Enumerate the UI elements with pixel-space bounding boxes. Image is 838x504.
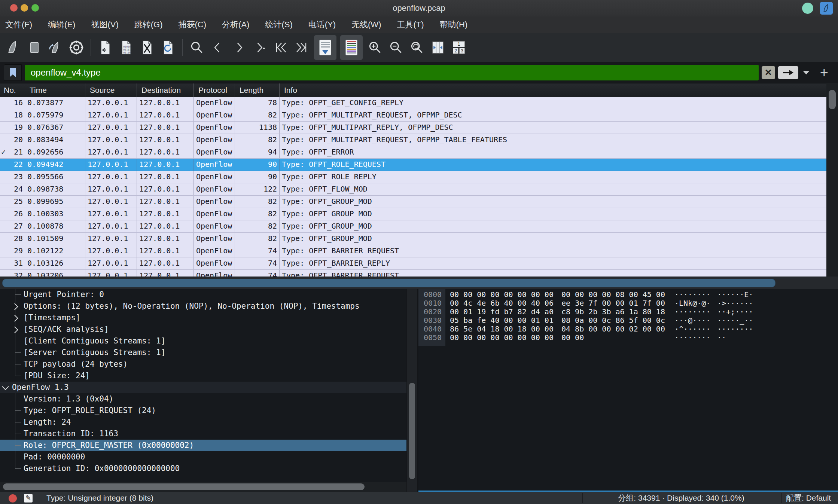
capture-comment-icon[interactable]: ✎ bbox=[24, 494, 33, 503]
detail-row[interactable]: TCP payload (24 bytes) bbox=[0, 358, 406, 370]
expand-chevron-icon[interactable] bbox=[11, 303, 18, 310]
packet-row[interactable]: 240.098738127.0.0.1127.0.0.1OpenFlow122T… bbox=[0, 183, 826, 196]
expand-chevron-icon[interactable] bbox=[11, 326, 18, 333]
scrollbar-thumb[interactable] bbox=[3, 483, 365, 490]
detail-row[interactable]: Transaction ID: 1163 bbox=[0, 428, 406, 440]
hex-row[interactable]: 002000 01 19 fd b7 82 d4 a0c8 9b 2b 3b a… bbox=[418, 308, 838, 316]
zoom-out-button[interactable] bbox=[386, 36, 406, 59]
column-header-protocol[interactable]: Protocol bbox=[194, 83, 235, 97]
stop-square-icon bbox=[27, 40, 42, 55]
start-capture-button[interactable] bbox=[3, 36, 24, 59]
detail-row[interactable]: [Client Contiguous Streams: 1] bbox=[0, 335, 406, 347]
detail-row[interactable]: [PDU Size: 24] bbox=[0, 370, 406, 382]
zoom-reset-button[interactable] bbox=[406, 36, 427, 59]
detail-row[interactable]: OpenFlow 1.3 bbox=[0, 382, 406, 393]
go-forward-button[interactable] bbox=[228, 36, 249, 59]
menu-item-0[interactable]: 文件(F) bbox=[0, 16, 37, 33]
reload-file-button[interactable] bbox=[158, 36, 179, 59]
column-header-source[interactable]: Source bbox=[85, 83, 137, 97]
column-header-length[interactable]: Length bbox=[235, 83, 280, 97]
packet-row[interactable]: 250.099695127.0.0.1127.0.0.1OpenFlow82Ty… bbox=[0, 196, 826, 208]
find-packet-button[interactable] bbox=[186, 36, 207, 59]
go-first-packet-button[interactable] bbox=[270, 36, 291, 59]
restart-capture-button[interactable] bbox=[45, 36, 66, 59]
menu-item-10[interactable]: 帮助(H) bbox=[435, 16, 473, 33]
go-last-packet-button[interactable] bbox=[291, 36, 312, 59]
packet-row[interactable]: 320.103206127.0.0.1127.0.0.1OpenFlow74Ty… bbox=[0, 270, 826, 277]
close-file-button[interactable] bbox=[137, 36, 158, 59]
hex-row[interactable]: 001000 4c 4e 6b 40 00 40 06ee 3e 7f 00 0… bbox=[418, 299, 838, 308]
packet-row[interactable]: 180.075979127.0.0.1127.0.0.1OpenFlow82Ty… bbox=[0, 109, 826, 122]
packet-row[interactable]: 200.083494127.0.0.1127.0.0.1OpenFlow82Ty… bbox=[0, 134, 826, 146]
packet-row[interactable]: 270.100878127.0.0.1127.0.0.1OpenFlow82Ty… bbox=[0, 220, 826, 233]
menu-item-2[interactable]: 视图(V) bbox=[86, 16, 124, 33]
details-hscrollbar[interactable] bbox=[0, 482, 406, 492]
packet-list-hscrollbar[interactable] bbox=[0, 277, 838, 289]
column-header-info[interactable]: Info bbox=[280, 83, 826, 97]
packet-row[interactable]: 190.076367127.0.0.1127.0.0.1OpenFlow1138… bbox=[0, 122, 826, 134]
details-vscrollbar[interactable] bbox=[407, 289, 417, 492]
expert-info-button[interactable] bbox=[9, 494, 17, 503]
go-back-button[interactable] bbox=[207, 36, 228, 59]
column-header-time[interactable]: Time bbox=[25, 83, 85, 97]
hex-row[interactable]: 005000 00 00 00 00 00 00 0000 00········… bbox=[418, 333, 838, 342]
resize-all-columns-button[interactable]: 123 bbox=[448, 36, 469, 59]
detail-row[interactable]: Urgent Pointer: 0 bbox=[0, 289, 406, 300]
detail-row[interactable]: Length: 24 bbox=[0, 416, 406, 428]
packet-row[interactable]: 260.100303127.0.0.1127.0.0.1OpenFlow82Ty… bbox=[0, 208, 826, 220]
column-header-no[interactable]: No. bbox=[0, 83, 25, 97]
clear-filter-button[interactable]: ✕ bbox=[762, 66, 775, 79]
hex-row[interactable]: 003005 ba fe 40 00 00 01 0108 0a 00 0c 8… bbox=[418, 316, 838, 325]
packet-row[interactable]: 230.095566127.0.0.1127.0.0.1OpenFlow90Ty… bbox=[0, 171, 826, 183]
packet-row[interactable]: 220.094942127.0.0.1127.0.0.1OpenFlow90Ty… bbox=[0, 159, 826, 171]
menu-item-7[interactable]: 电话(Y) bbox=[303, 16, 341, 33]
colorize-toggle-button[interactable] bbox=[340, 35, 363, 60]
detail-row[interactable]: [Server Contiguous Streams: 1] bbox=[0, 347, 406, 358]
open-file-button[interactable] bbox=[95, 36, 116, 59]
apply-filter-button[interactable] bbox=[778, 66, 798, 79]
hex-row[interactable]: 004086 5e 04 18 00 18 00 0004 8b 00 00 0… bbox=[418, 325, 838, 333]
zoom-in-button[interactable] bbox=[365, 36, 386, 59]
packet-row[interactable]: 290.102122127.0.0.1127.0.0.1OpenFlow74Ty… bbox=[0, 245, 826, 257]
menu-item-6[interactable]: 统计(S) bbox=[260, 16, 298, 33]
detail-row[interactable]: Role: OFPCR_ROLE_MASTER (0x00000002) bbox=[0, 440, 406, 451]
packet-row[interactable]: 310.103126127.0.0.1127.0.0.1OpenFlow74Ty… bbox=[0, 257, 826, 270]
packet-row[interactable]: 280.101509127.0.0.1127.0.0.1OpenFlow82Ty… bbox=[0, 233, 826, 245]
menu-item-5[interactable]: 分析(A) bbox=[217, 16, 255, 33]
column-header-destination[interactable]: Destination bbox=[137, 83, 194, 97]
packet-row[interactable]: 160.073877127.0.0.1127.0.0.1OpenFlow78Ty… bbox=[0, 97, 826, 109]
resize-columns-button[interactable] bbox=[427, 36, 448, 59]
capture-options-button[interactable] bbox=[66, 36, 87, 59]
packet-row[interactable]: ✓210.092656127.0.0.1127.0.0.1OpenFlow94T… bbox=[0, 146, 826, 159]
menu-item-1[interactable]: 编辑(E) bbox=[43, 16, 80, 33]
detail-row[interactable]: [SEQ/ACK analysis] bbox=[0, 324, 406, 335]
status-profile[interactable]: 配置: Default bbox=[786, 492, 831, 504]
expand-chevron-icon[interactable] bbox=[11, 315, 18, 321]
menu-item-9[interactable]: 工具(T) bbox=[391, 16, 429, 33]
scrollbar-thumb[interactable] bbox=[829, 90, 836, 109]
hex-row[interactable]: 000000 00 00 00 00 00 00 0000 00 00 00 0… bbox=[418, 290, 838, 299]
detail-row[interactable]: [Timestamps] bbox=[0, 312, 406, 324]
add-filter-button[interactable]: + bbox=[820, 65, 828, 80]
detail-row[interactable]: Options: (12 bytes), No-Operation (NOP),… bbox=[0, 300, 406, 312]
filter-history-dropdown[interactable] bbox=[803, 71, 810, 74]
scrollbar-thumb[interactable] bbox=[409, 383, 415, 479]
display-filter-input[interactable]: openflow_v4.type bbox=[25, 65, 759, 80]
go-to-packet-button[interactable] bbox=[249, 36, 270, 59]
detail-row[interactable]: Pad: 00000000 bbox=[0, 451, 406, 463]
collapse-chevron-icon[interactable] bbox=[2, 383, 9, 390]
menu-item-8[interactable]: 无线(W) bbox=[346, 16, 386, 33]
menu-item-3[interactable]: 跳转(G) bbox=[129, 16, 168, 33]
packet-list-vscrollbar[interactable] bbox=[826, 83, 838, 277]
detail-row[interactable]: Type: OFPT_ROLE_REQUEST (24) bbox=[0, 405, 406, 416]
filter-bookmark-button[interactable] bbox=[4, 64, 22, 81]
detail-row[interactable]: Version: 1.3 (0x04) bbox=[0, 393, 406, 405]
save-file-button[interactable]: 010100110101110 bbox=[116, 36, 137, 59]
packet-cell: OpenFlow bbox=[194, 233, 235, 245]
auto-scroll-toggle-button[interactable] bbox=[314, 35, 337, 60]
stop-capture-button[interactable] bbox=[24, 36, 45, 59]
packet-cell: OpenFlow bbox=[194, 109, 235, 121]
menu-item-4[interactable]: 捕获(C) bbox=[173, 16, 212, 33]
detail-row[interactable]: Generation ID: 0x0000000000000000 bbox=[0, 463, 406, 474]
scrollbar-thumb[interactable] bbox=[2, 279, 775, 287]
